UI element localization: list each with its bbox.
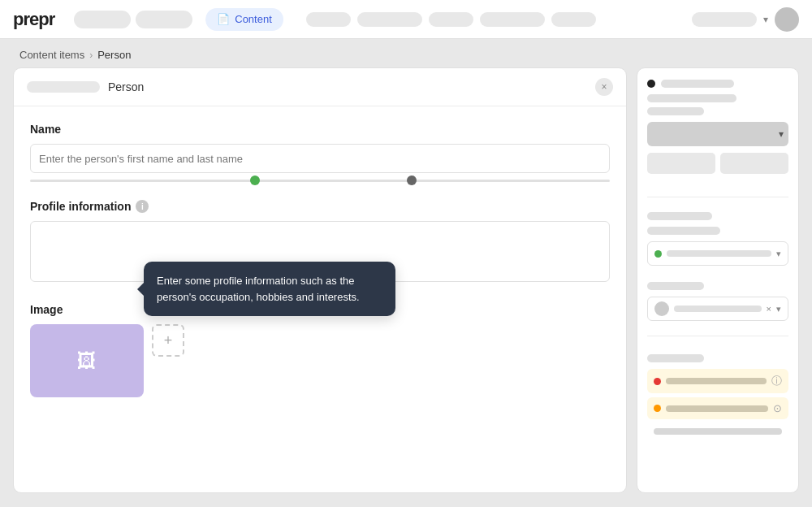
add-image-button[interactable]: + [152, 324, 184, 357]
logo: prepr [13, 9, 54, 30]
sidebar-references: ⓘ ⊙ [647, 354, 788, 444]
clearable-select[interactable]: × ▾ [647, 297, 788, 321]
name-field-section: Name [30, 123, 610, 182]
tab-content[interactable]: 📄 Content [205, 8, 283, 31]
sidebar-dot-row [647, 80, 788, 88]
range-row [30, 180, 610, 182]
status-pills [647, 227, 788, 235]
image-row: 🖼 + [30, 324, 610, 397]
sidebar-dropdown[interactable]: ▾ [647, 122, 788, 146]
sidebar-pill-3 [647, 107, 704, 115]
ref-text-2 [666, 405, 768, 412]
tooltip-bubble: Enter some profile information such as t… [144, 262, 395, 316]
breadcrumb: Content items › Person [0, 39, 812, 67]
status-pill-1 [647, 227, 720, 235]
sidebar-pill-1 [661, 80, 734, 88]
info-icon[interactable]: i [136, 200, 149, 213]
ref-dot-2 [654, 405, 661, 412]
sidebar-btn-row [647, 153, 788, 174]
breadcrumb-sep: › [89, 50, 93, 61]
clearable-label [647, 282, 704, 290]
card-title: Person [108, 80, 144, 93]
tab-content-label: Content [235, 13, 272, 25]
nav-pill-r5 [551, 12, 596, 27]
sidebar-divider-2 [647, 336, 788, 336]
image-field-section: Image 🖼 + [30, 303, 610, 397]
image-thumbnail[interactable]: 🖼 [30, 324, 144, 397]
clear-icon[interactable]: × [767, 304, 771, 314]
sidebar-section-clearable: × ▾ [647, 282, 788, 321]
nav-pill-2 [136, 11, 192, 28]
sidebar-pill-2 [647, 94, 736, 102]
ref-dot-1 [654, 378, 661, 385]
close-button[interactable]: × [595, 78, 613, 96]
nav-pill-r4 [480, 12, 545, 27]
status-section-label [647, 212, 712, 220]
breadcrumb-current: Person [97, 49, 131, 61]
card-header: Person × [14, 68, 626, 106]
content-icon: 📄 [217, 13, 230, 25]
sidebar-section-top: ▾ [647, 80, 788, 174]
sidebar-status-section: ▾ [647, 212, 788, 266]
ref-info-icon-2: ⊙ [773, 402, 782, 414]
range-track [30, 180, 610, 182]
image-placeholder-icon: 🖼 [77, 349, 97, 372]
ref-item-1[interactable]: ⓘ [647, 369, 788, 393]
name-input[interactable] [30, 144, 610, 173]
nav-pill-1 [74, 11, 131, 28]
card-header-pill [27, 81, 100, 93]
content-card: Person × Name Profile informat [13, 67, 627, 493]
nav-right-pill [692, 12, 757, 27]
tooltip-text: Enter some profile information such as t… [157, 275, 360, 303]
green-status-dot [654, 250, 662, 258]
breadcrumb-parent[interactable]: Content items [19, 49, 84, 61]
nav-chevron-icon: ▾ [763, 14, 768, 25]
sidebar-pill-rows [647, 94, 788, 115]
ref-text-3 [654, 428, 782, 435]
sidebar-btn-2[interactable] [720, 153, 788, 174]
sidebar-bullet [647, 80, 655, 88]
avatar[interactable] [775, 7, 799, 32]
dropdown-chevron-icon: ▾ [779, 128, 784, 140]
ref-text-1 [666, 378, 767, 384]
sidebar-btn-1[interactable] [647, 153, 715, 174]
nav-right: ▾ [692, 7, 799, 32]
references-label [647, 354, 704, 362]
nav-pills-left [74, 11, 192, 28]
main-layout: Person × Name Profile informat [0, 67, 812, 503]
nav-pill-r1 [306, 12, 351, 27]
nav-pills-right [306, 12, 596, 27]
tooltip-arrow [137, 283, 144, 296]
ref-item-2[interactable]: ⊙ [647, 397, 788, 419]
status-select[interactable]: ▾ [647, 241, 788, 266]
user-avatar-sm [654, 301, 669, 316]
clearable-select-text [674, 306, 762, 312]
name-label: Name [30, 123, 610, 136]
sidebar-divider-1 [647, 197, 788, 197]
status-select-text [667, 250, 771, 257]
profile-info-label: Profile information i [30, 200, 610, 213]
range-dot-green [250, 176, 260, 185]
nav-pill-r3 [429, 12, 473, 27]
nav-pill-r2 [357, 12, 422, 27]
clearable-chevron-icon: ▾ [776, 304, 781, 314]
range-dot-gray [407, 176, 417, 185]
status-chevron-icon: ▾ [776, 249, 781, 259]
ref-info-icon-1: ⓘ [771, 374, 782, 388]
top-nav: prepr 📄 Content ▾ [0, 0, 812, 39]
ref-item-3 [647, 423, 788, 440]
sidebar: ▾ ▾ × ▾ [637, 67, 799, 493]
